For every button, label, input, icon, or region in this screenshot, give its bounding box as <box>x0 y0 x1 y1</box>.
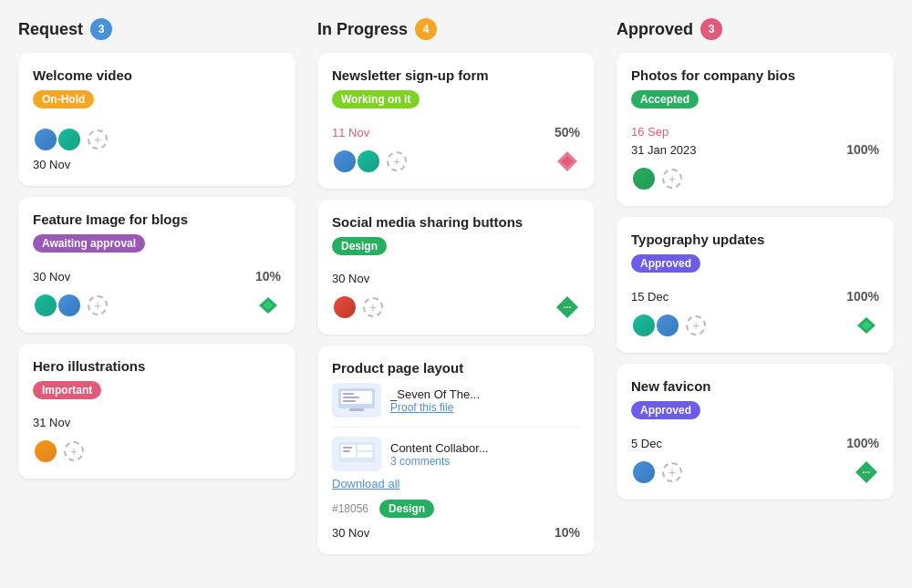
attachment-thumb-2 <box>332 437 381 471</box>
card-meta-newsletter-form: 11 Nov 50% <box>332 125 580 139</box>
card-footer-social-media: + ··· <box>332 294 580 320</box>
column-title-request: Request <box>18 20 83 39</box>
attachment-2-product-page: Content Collabor... 3 comments <box>332 437 580 471</box>
card-title-social-media: Social media sharing buttons <box>332 214 580 230</box>
avatar-1-newsletter-form <box>332 149 358 174</box>
card-meta-feature-image: 30 Nov 10% <box>33 269 281 284</box>
date2-photos: 31 Jan 2023 <box>631 143 697 157</box>
avatars-photos: + <box>631 166 682 191</box>
add-avatar-newsletter-form[interactable]: + <box>387 151 407 171</box>
tag-product-page: Design <box>379 500 434 518</box>
svg-rect-15 <box>358 452 372 458</box>
card-meta-typography: 15 Dec 100% <box>631 289 879 304</box>
tag-typography: Approved <box>631 254 700 273</box>
add-avatar-typography[interactable]: + <box>686 315 706 335</box>
card-bottom-row-product-page: #18056 Design <box>332 500 580 518</box>
attachment-action-1[interactable]: Proof this file <box>390 401 480 414</box>
percent-product-page: 10% <box>554 525 580 540</box>
avatar-2-newsletter-form <box>356 149 381 174</box>
attachment-info-1: _Seven Of The... Proof this file <box>390 387 480 414</box>
card-title-newsletter-form: Newsletter sign-up form <box>332 67 580 83</box>
card-meta-favicon: 5 Dec 100% <box>631 436 879 450</box>
card-footer-feature-image: + <box>33 293 281 318</box>
card-title-favicon: New favicon <box>631 378 879 394</box>
avatars-social-media: + <box>332 294 383 320</box>
svg-rect-10 <box>343 400 356 402</box>
badge-request: 3 <box>90 18 112 40</box>
svg-rect-16 <box>343 447 352 449</box>
tag-newsletter-form: Working on it <box>332 90 420 108</box>
avatars-welcome-video: + <box>33 127 108 152</box>
percent-photos: 100% <box>846 142 879 157</box>
card-footer-hero-illustrations: + <box>33 438 281 464</box>
avatar-1-welcome-video <box>33 127 58 152</box>
attachment-comments-2[interactable]: 3 comments <box>390 455 489 468</box>
card-title-product-page: Product page layout <box>332 360 580 376</box>
percent-favicon: 100% <box>846 436 879 450</box>
card-title-photos: Photos for company bios <box>631 67 879 83</box>
tag-favicon: Approved <box>631 401 700 419</box>
date-photos: 16 Sep <box>631 125 668 139</box>
date-social-media: 30 Nov <box>332 272 580 285</box>
svg-rect-8 <box>343 393 354 395</box>
card-meta-product-page: 30 Nov 10% <box>332 525 580 540</box>
card-footer-newsletter-form: + <box>332 149 580 174</box>
add-avatar-photos[interactable]: + <box>662 169 682 189</box>
avatar-2-feature-image <box>57 293 82 318</box>
tag-feature-image: Awaiting approval <box>33 234 145 253</box>
add-avatar-feature-image[interactable]: + <box>88 295 108 315</box>
add-avatar-social-media[interactable]: + <box>363 297 383 317</box>
column-approved: Approved 3 Photos for company bios Accep… <box>617 18 894 565</box>
column-title-in-progress: In Progress <box>317 20 408 39</box>
card-meta-photos: 16 Sep <box>631 125 879 139</box>
svg-text:···: ··· <box>863 468 871 478</box>
card-title-typography: Typography updates <box>631 232 879 247</box>
column-header-request: Request 3 <box>18 18 295 40</box>
avatars-newsletter-form: + <box>332 149 407 174</box>
svg-rect-9 <box>343 397 359 398</box>
avatar-2-welcome-video <box>57 127 82 152</box>
date-feature-image: 30 Nov <box>33 270 70 284</box>
avatars-feature-image: + <box>33 293 108 318</box>
card-social-media-buttons: Social media sharing buttons Design 30 N… <box>317 200 595 335</box>
date-typography: 15 Dec <box>631 290 668 304</box>
card-id-product-page: #18056 <box>332 502 368 515</box>
download-all-link[interactable]: Download all <box>332 477 580 490</box>
date-hero-illustrations: 31 Nov <box>33 416 281 429</box>
card-footer-welcome-video: + <box>33 127 281 152</box>
card-footer-photos: + <box>631 166 879 191</box>
card-newsletter-form: Newsletter sign-up form Working on it 11… <box>317 53 595 189</box>
tag-hero-illustrations: Important <box>33 381 101 399</box>
card-footer-typography: + <box>631 313 879 338</box>
tag-photos: Accepted <box>631 90 699 108</box>
card-title-feature-image: Feature Image for blogs <box>33 211 281 227</box>
avatars-favicon: + <box>631 459 682 485</box>
attachment-name-2: Content Collabor... <box>390 441 489 455</box>
avatar-1-feature-image <box>33 293 58 318</box>
dots-icon-social-media: ··· <box>554 294 580 320</box>
add-avatar-favicon[interactable]: + <box>662 462 682 482</box>
card-footer-favicon: + ··· <box>631 459 879 485</box>
card-new-favicon: New favicon Approved 5 Dec 100% + ··· <box>617 364 894 500</box>
add-avatar-welcome-video[interactable]: + <box>88 129 108 150</box>
attachment-name-1: _Seven Of The... <box>390 387 480 401</box>
avatar-1-hero-illustrations <box>33 438 58 464</box>
svg-rect-14 <box>358 445 372 450</box>
column-header-approved: Approved 3 <box>617 18 894 40</box>
avatars-hero-illustrations: + <box>33 438 84 464</box>
percent-feature-image: 10% <box>255 269 281 284</box>
card-title-hero-illustrations: Hero illustrations <box>33 358 281 374</box>
date-newsletter-form: 11 Nov <box>332 126 369 139</box>
card-welcome-video: Welcome video On-Hold + 30 Nov <box>18 53 295 186</box>
avatars-typography: + <box>631 313 706 338</box>
column-in-progress: In Progress 4 Newsletter sign-up form Wo… <box>317 18 595 565</box>
attachment-info-2: Content Collabor... 3 comments <box>390 441 489 468</box>
badge-in-progress: 4 <box>415 18 437 40</box>
card-title-welcome-video: Welcome video <box>33 67 281 83</box>
avatar-1-typography <box>631 313 657 338</box>
attachment-1-product-page: _Seven Of The... Proof this file <box>332 383 580 428</box>
svg-rect-11 <box>349 408 364 411</box>
avatar-1-favicon <box>631 459 657 485</box>
card-hero-illustrations: Hero illustrations Important 31 Nov + <box>18 344 295 479</box>
add-avatar-hero-illustrations[interactable]: + <box>64 441 84 461</box>
